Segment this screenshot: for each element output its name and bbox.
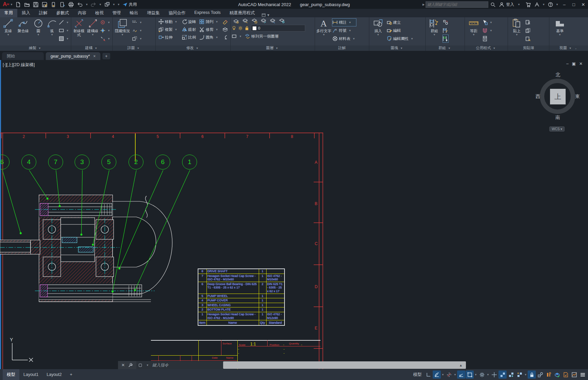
object-snap-caret-icon[interactable]: ▼	[474, 373, 477, 376]
object-snap-tracking-caret-icon[interactable]: ▼	[453, 373, 457, 376]
ribbon-options-button[interactable]: ▼	[261, 13, 270, 17]
graphics-performance-icon[interactable]	[562, 371, 570, 379]
help-caret-icon[interactable]: ▼	[556, 3, 558, 6]
paste-button[interactable]: 貼上▼	[509, 18, 525, 37]
command-customize-wrench-icon[interactable]	[128, 363, 133, 367]
viewcube-north[interactable]: 北	[555, 72, 560, 78]
new-file-icon[interactable]	[15, 1, 22, 8]
search-input[interactable]	[426, 1, 488, 8]
stretch-button[interactable]: 拉伸	[158, 34, 180, 41]
balloon-6[interactable]: 6	[155, 155, 170, 169]
construction-line-button[interactable]: 建構線▼	[86, 18, 99, 37]
file-tab-close-icon[interactable]: ×	[93, 54, 96, 59]
file-tab-new-button[interactable]: +	[102, 53, 110, 59]
search-icon[interactable]	[489, 1, 496, 8]
balloon-1[interactable]: 1	[182, 155, 197, 169]
command-history-up-icon[interactable]: ▲	[459, 363, 463, 367]
panel-title-groups[interactable]: 群組 ▼	[426, 45, 465, 51]
array-button[interactable]: 陣列▼	[199, 18, 220, 25]
sign-in-caret-icon[interactable]: ▼	[517, 3, 520, 6]
bom-button[interactable]: 材料表▼	[332, 35, 356, 42]
performance-monitor-icon[interactable]	[570, 371, 578, 379]
group-edit-button[interactable]	[443, 27, 448, 34]
maximize-button[interactable]: □	[569, 2, 579, 7]
minimize-button[interactable]: –	[560, 2, 569, 7]
command-close-icon[interactable]: ✕	[121, 363, 125, 367]
panel-title-detail[interactable]: 詳圖 ▼	[113, 45, 155, 51]
block-edit-button[interactable]: 編輯	[387, 27, 414, 34]
offset-button[interactable]	[222, 34, 229, 41]
parts-list-row[interactable]: 5PUMP WHEEL1	[198, 294, 285, 298]
ribbon-tab-增益集[interactable]: 增益集	[143, 9, 164, 17]
qat-menu-icon[interactable]: ▼	[117, 3, 120, 6]
polar-tracking-caret-icon[interactable]: ▼	[441, 373, 445, 376]
ribbon-tab-檢視[interactable]: 檢視	[91, 9, 108, 17]
detail-section-button[interactable]: A-A▼	[132, 19, 143, 26]
construct-erase-button[interactable]: ▼	[100, 35, 111, 42]
quick-select-button[interactable]: ▼	[482, 19, 493, 26]
command-history-bar[interactable]: ▲	[223, 361, 466, 369]
open-from-mobile-icon[interactable]	[50, 1, 57, 8]
panel-title-draw[interactable]: 繪製 ▼	[0, 45, 71, 51]
base-view-button[interactable]: 基準▼	[550, 18, 569, 37]
workspace-icon[interactable]	[103, 1, 111, 8]
parts-list-row[interactable]: 6Deep Groove Ball Bearing - DIN 625 T1 -…	[198, 282, 285, 294]
move-to-other-layer-button[interactable]: 移到另一個圖層	[245, 33, 279, 40]
app-store-cart-icon[interactable]	[524, 1, 532, 8]
detail-edit-button[interactable]: ▼	[132, 35, 143, 42]
object-snap-icon[interactable]	[466, 371, 474, 379]
layer-unlock-icon[interactable]	[244, 26, 249, 31]
hatch-tool-button[interactable]: ▼	[59, 35, 70, 42]
layer-thaw-sun-icon[interactable]	[238, 26, 243, 31]
share-button[interactable]: 共用	[122, 2, 137, 7]
mirror-button[interactable]: 鏡射	[182, 26, 197, 33]
viewcube-top-face[interactable]: 上	[550, 89, 566, 104]
arc-button[interactable]: 弧▼	[46, 18, 58, 37]
search-expand-icon[interactable]: ▶	[423, 3, 425, 6]
block-create-button[interactable]: 建立	[387, 19, 414, 26]
layer-select-combobox[interactable]: 0	[251, 25, 305, 32]
layout-tab-Layout1[interactable]: Layout1	[19, 369, 42, 380]
parts-list-row[interactable]: 3WHEEL CASING1	[198, 303, 285, 307]
trim-button[interactable]: 修剪▼	[199, 26, 220, 33]
parts-list-row[interactable]: 4PUMP COVER1	[198, 298, 285, 303]
balloon-4[interactable]: 4	[21, 155, 36, 169]
parts-list-table[interactable]: 8DRIVE SHAFT17Hexagon Socket Head Cap Sc…	[198, 268, 285, 326]
ribbon-tab-精選應用程式[interactable]: 精選應用程式	[225, 9, 259, 17]
ribbon-tab-輸出[interactable]: 輸出	[125, 9, 143, 17]
add-layout-button[interactable]: +	[66, 369, 76, 380]
document-window-buttons[interactable]: –▣✕	[566, 61, 586, 66]
scale-button[interactable]: 比例	[182, 34, 197, 41]
ribbon-tab-插入[interactable]: 插入	[17, 9, 35, 17]
block-edit-attribute-button[interactable]: 編輯屬性▼	[387, 35, 414, 42]
construct-points-button[interactable]: ▼	[100, 27, 111, 34]
measure-button[interactable]: 等距▼	[466, 18, 482, 37]
viewport-controls[interactable]: [-][上][2D 線架構]	[3, 62, 35, 68]
copy-button[interactable]: 複製▼	[158, 26, 180, 33]
balloon-3[interactable]: 3	[75, 155, 90, 169]
circle-button[interactable]: 圓▼	[31, 18, 45, 37]
viewcube[interactable]: 北 西 東 南 上	[537, 74, 579, 121]
recent-commands-icon[interactable]	[138, 363, 143, 367]
balloon-7[interactable]: 7	[48, 155, 63, 169]
annotation-monitor-icon[interactable]	[536, 371, 544, 379]
annotation-scale-caret-icon[interactable]: ▼	[524, 373, 527, 376]
ribbon-tab-註解[interactable]: 註解	[35, 9, 52, 17]
hardware-acceleration-icon[interactable]	[553, 371, 561, 379]
panel-title-utilities[interactable]: 公用程式 ▼	[465, 45, 508, 51]
panel-title-view[interactable]: 視圖 ▼ ⌄	[549, 45, 588, 51]
rotate-button[interactable]: 旋轉	[182, 18, 197, 25]
app-menu-caret-icon[interactable]: ▼	[10, 3, 13, 6]
drawline-extra-button[interactable]: ▼	[59, 19, 70, 26]
paste-special-button[interactable]	[525, 35, 531, 42]
redo-caret-icon[interactable]: ▼	[99, 3, 102, 6]
detail-view-button[interactable]: A▼	[132, 27, 143, 34]
group-button[interactable]: 群組▼	[427, 18, 442, 37]
layer-on-bulb-icon[interactable]	[232, 26, 236, 31]
panel-title-block[interactable]: 圖塊 ▼	[369, 45, 425, 51]
panel-title-layers[interactable]: 圖層 ▼	[231, 45, 315, 51]
file-tab-document[interactable]: gear_pump_subassy* ×	[46, 52, 100, 60]
undo-icon[interactable]	[76, 1, 84, 8]
construct-rotate-button[interactable]: ▼	[100, 19, 111, 26]
erase-button[interactable]	[222, 18, 229, 25]
